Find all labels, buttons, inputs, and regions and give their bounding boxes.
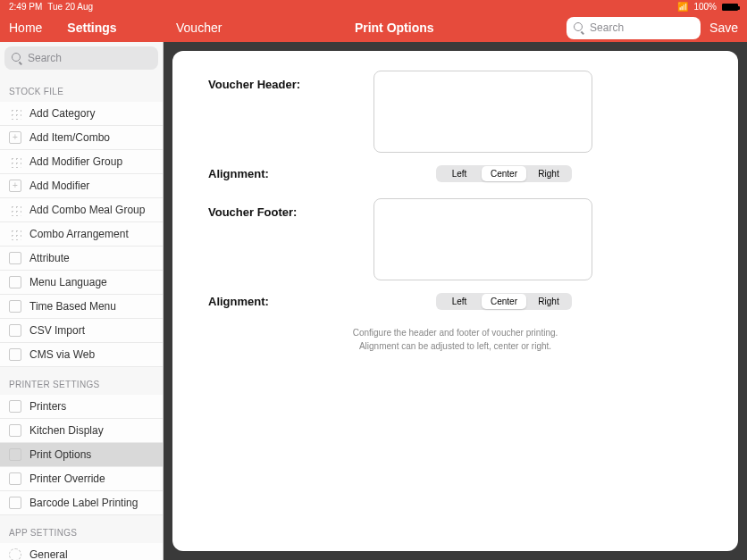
- sidebar-item-label: Printers: [29, 400, 66, 413]
- content-backdrop: Voucher Header: Alignment: LeftCenterRig…: [164, 42, 747, 560]
- gear-icon: [9, 548, 21, 560]
- sidebar-item-print-options[interactable]: Print Options: [0, 443, 163, 467]
- header: Home Settings Voucher Print Options Save: [0, 13, 747, 42]
- sidebar-item-label: Menu Language: [29, 276, 107, 288]
- battery-icon: [722, 4, 738, 11]
- sidebar-item-label: Attribute: [29, 252, 70, 264]
- voucher-header-label: Voucher Header:: [208, 71, 374, 91]
- segment-center[interactable]: Center: [482, 166, 526, 181]
- sidebar-item-add-modifier-group[interactable]: Add Modifier Group: [0, 150, 163, 174]
- simple-icon: [9, 400, 21, 413]
- section-title: APP SETTINGS: [0, 515, 163, 543]
- settings-link[interactable]: Settings: [67, 21, 116, 35]
- sidebar-item-label: Printer Override: [29, 472, 105, 485]
- grid-icon: [9, 228, 21, 240]
- simple-icon: [9, 324, 21, 337]
- sidebar-item-label: Time Based Menu: [29, 300, 116, 313]
- sidebar-item-add-item-combo[interactable]: Add Item/Combo: [0, 126, 163, 150]
- section-title: STOCK FILE: [0, 74, 163, 102]
- simple-icon: [9, 424, 21, 437]
- header-alignment-control[interactable]: LeftCenterRight: [436, 165, 572, 182]
- page-title: Print Options: [355, 21, 434, 35]
- sidebar-item-label: Add Category: [29, 107, 95, 120]
- battery-percent: 100%: [693, 2, 717, 12]
- simple-icon: [9, 497, 21, 509]
- segment-left[interactable]: Left: [437, 166, 482, 181]
- status-date: Tue 20 Aug: [47, 2, 93, 12]
- sidebar-item-cms-via-web[interactable]: CMS via Web: [0, 343, 163, 367]
- segment-left[interactable]: Left: [437, 294, 482, 309]
- segment-right[interactable]: Right: [526, 166, 571, 181]
- sidebar-item-label: CSV Import: [29, 324, 85, 337]
- content-panel: Voucher Header: Alignment: LeftCenterRig…: [172, 51, 738, 551]
- simple-icon: [9, 252, 21, 264]
- sidebar-item-add-category[interactable]: Add Category: [0, 102, 163, 126]
- voucher-header-input[interactable]: [374, 71, 592, 153]
- section-title: PRINTER SETTINGS: [0, 367, 163, 395]
- simple-icon: [9, 276, 21, 288]
- sidebar-item-add-combo-meal-group[interactable]: Add Combo Meal Group: [0, 198, 163, 222]
- sidebar-item-printers[interactable]: Printers: [0, 395, 163, 419]
- sidebar-item-printer-override[interactable]: Printer Override: [0, 467, 163, 491]
- grid-icon: [9, 107, 21, 120]
- grid-icon: [9, 155, 21, 168]
- wifi-icon: [677, 2, 688, 12]
- sidebar-item-label: Combo Arrangement: [29, 228, 129, 240]
- breadcrumb-voucher[interactable]: Voucher: [176, 21, 222, 35]
- sidebar-search[interactable]: [4, 46, 158, 70]
- save-button[interactable]: Save: [709, 21, 738, 35]
- search-icon: [12, 53, 22, 63]
- sidebar-item-general[interactable]: General: [0, 543, 163, 560]
- alignment-label-2: Alignment:: [208, 295, 374, 308]
- sidebar-item-combo-arrangement[interactable]: Combo Arrangement: [0, 222, 163, 247]
- hint-text: Configure the header and footer of vouch…: [208, 326, 702, 353]
- sidebar-item-label: General: [29, 548, 68, 560]
- simple-icon: [9, 448, 21, 461]
- sidebar-item-add-modifier[interactable]: Add Modifier: [0, 174, 163, 198]
- sidebar-item-label: Add Modifier Group: [29, 155, 122, 168]
- sidebar-item-barcode-label-printing[interactable]: Barcode Label Printing: [0, 491, 163, 515]
- sidebar-item-csv-import[interactable]: CSV Import: [0, 319, 163, 343]
- status-time: 2:49 PM: [9, 2, 42, 12]
- plus-icon: [9, 131, 21, 144]
- status-bar: 2:49 PM Tue 20 Aug 100%: [0, 0, 747, 13]
- voucher-footer-label: Voucher Footer:: [208, 198, 374, 219]
- sidebar-item-kitchen-display[interactable]: Kitchen Display: [0, 419, 163, 443]
- home-link[interactable]: Home: [9, 21, 42, 35]
- sidebar-item-label: Add Combo Meal Group: [29, 204, 145, 216]
- sidebar-item-label: Add Item/Combo: [29, 131, 110, 144]
- sidebar-item-label: CMS via Web: [29, 348, 95, 361]
- simple-icon: [9, 472, 21, 485]
- segment-center[interactable]: Center: [482, 294, 526, 309]
- simple-icon: [9, 348, 21, 361]
- grid-icon: [9, 204, 21, 216]
- search-icon: [574, 22, 584, 33]
- sidebar-search-input[interactable]: [28, 52, 151, 64]
- segment-right[interactable]: Right: [526, 294, 571, 309]
- header-search-input[interactable]: [590, 21, 693, 34]
- sidebar-item-time-based-menu[interactable]: Time Based Menu: [0, 295, 163, 319]
- voucher-footer-input[interactable]: [374, 198, 592, 280]
- sidebar-item-menu-language[interactable]: Menu Language: [0, 271, 163, 295]
- sidebar-item-attribute[interactable]: Attribute: [0, 247, 163, 271]
- simple-icon: [9, 300, 21, 313]
- footer-alignment-control[interactable]: LeftCenterRight: [436, 293, 572, 310]
- sidebar-item-label: Print Options: [29, 448, 91, 461]
- plus-icon: [9, 180, 21, 192]
- sidebar: STOCK FILEAdd CategoryAdd Item/ComboAdd …: [0, 42, 164, 560]
- sidebar-item-label: Kitchen Display: [29, 424, 104, 437]
- alignment-label-1: Alignment:: [208, 167, 374, 180]
- sidebar-item-label: Barcode Label Printing: [29, 497, 138, 509]
- sidebar-item-label: Add Modifier: [29, 180, 89, 192]
- header-search[interactable]: [567, 17, 701, 39]
